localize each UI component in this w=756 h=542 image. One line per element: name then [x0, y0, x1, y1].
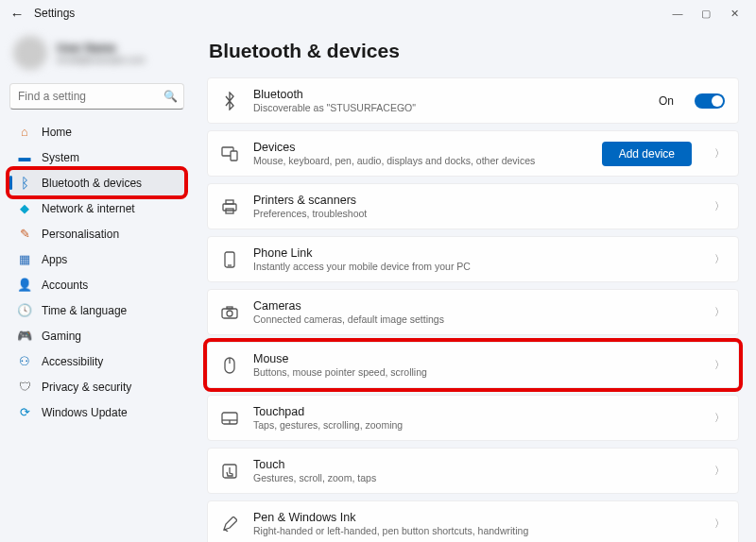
sidebar-item-label: Accessibility — [42, 355, 103, 368]
sidebar-item-label: Time & language — [42, 304, 127, 317]
svg-rect-9 — [227, 307, 232, 309]
profile-email: email@example.com — [57, 55, 146, 65]
sidebar-item-system[interactable]: ▬System — [9, 144, 184, 170]
sidebar-item-home[interactable]: ⌂Home — [9, 119, 184, 144]
sidebar-item-apps[interactable]: ▦Apps — [9, 246, 184, 272]
chevron-right-icon: 〉 — [714, 146, 725, 161]
touchpad-icon — [219, 412, 240, 425]
sidebar-item-label: Bluetooth & devices — [42, 177, 142, 190]
chevron-right-icon: 〉 — [714, 517, 725, 531]
main-content: Bluetooth & devices Bluetooth Discoverab… — [194, 26, 756, 542]
network-icon: ◆ — [17, 201, 32, 215]
card-printers[interactable]: Printers & scanners Preferences, trouble… — [207, 183, 739, 229]
card-title: Touch — [253, 458, 701, 471]
sidebar-item-accounts[interactable]: 👤Accounts — [9, 272, 184, 297]
card-title: Pen & Windows Ink — [253, 511, 701, 524]
sidebar-item-time[interactable]: 🕓Time & language — [9, 297, 184, 323]
card-sub: Discoverable as "STUSURFACEGO" — [253, 102, 645, 113]
sidebar-item-network[interactable]: ◆Network & internet — [9, 195, 184, 221]
chevron-right-icon: 〉 — [714, 252, 725, 266]
mouse-icon — [219, 357, 240, 374]
accessibility-icon: ⚇ — [17, 354, 32, 368]
sidebar-item-label: Apps — [42, 253, 67, 266]
chevron-right-icon: 〉 — [714, 411, 725, 425]
card-sub: Connected cameras, default image setting… — [253, 313, 701, 325]
page-title: Bluetooth & devices — [209, 40, 739, 62]
bluetooth-icon — [219, 92, 240, 110]
system-icon: ▬ — [17, 150, 32, 164]
window-title: Settings — [34, 7, 75, 20]
sidebar: User Name email@example.com 🔍 ⌂Home ▬Sys… — [0, 26, 194, 542]
card-sub: Buttons, mouse pointer speed, scrolling — [253, 366, 701, 378]
close-button[interactable]: ✕ — [720, 4, 748, 23]
devices-icon — [219, 146, 240, 161]
sidebar-item-accessibility[interactable]: ⚇Accessibility — [9, 348, 184, 374]
card-title: Mouse — [253, 352, 701, 365]
phone-icon — [219, 251, 240, 268]
card-devices[interactable]: Devices Mouse, keyboard, pen, audio, dis… — [207, 130, 739, 177]
card-sub: Instantly access your mobile device from… — [253, 261, 701, 272]
svg-rect-1 — [231, 151, 237, 161]
chevron-right-icon: 〉 — [714, 199, 725, 213]
card-title: Touchpad — [253, 405, 701, 418]
back-button[interactable]: ← — [8, 4, 26, 23]
sidebar-item-label: Accounts — [42, 279, 88, 292]
sidebar-item-label: Privacy & security — [42, 381, 131, 394]
update-icon: ⟳ — [17, 405, 32, 419]
card-cameras[interactable]: Cameras Connected cameras, default image… — [207, 289, 739, 335]
personalisation-icon: ✎ — [17, 227, 32, 241]
card-pen[interactable]: Pen & Windows Ink Right-handed or left-h… — [207, 500, 739, 542]
card-title: Phone Link — [253, 246, 701, 260]
card-sub: Preferences, troubleshoot — [253, 208, 701, 219]
search-icon: 🔍 — [163, 90, 178, 103]
card-mouse[interactable]: Mouse Buttons, mouse pointer speed, scro… — [207, 342, 739, 388]
chevron-right-icon: 〉 — [714, 305, 725, 319]
home-icon: ⌂ — [17, 125, 32, 139]
sidebar-item-personalisation[interactable]: ✎Personalisation — [9, 221, 184, 246]
card-phone-link[interactable]: Phone Link Instantly access your mobile … — [207, 236, 739, 282]
sidebar-item-label: Home — [42, 126, 72, 139]
sidebar-item-privacy[interactable]: 🛡Privacy & security — [9, 374, 184, 399]
bluetooth-icon: ᛒ — [17, 175, 32, 191]
titlebar: ← Settings ― ▢ ✕ — [0, 0, 756, 26]
search-input[interactable] — [9, 83, 184, 110]
accounts-icon: 👤 — [17, 278, 32, 292]
sidebar-item-label: Gaming — [42, 330, 81, 343]
sidebar-item-update[interactable]: ⟳Windows Update — [9, 399, 184, 425]
card-title: Bluetooth — [253, 88, 645, 101]
avatar — [13, 36, 47, 70]
sidebar-item-gaming[interactable]: 🎮Gaming — [9, 323, 184, 348]
sidebar-item-label: Windows Update — [42, 406, 128, 419]
minimize-button[interactable]: ― — [663, 4, 692, 23]
sidebar-item-label: Network & internet — [42, 202, 135, 215]
toggle-label: On — [659, 94, 674, 108]
sidebar-item-label: System — [42, 151, 79, 164]
privacy-icon: 🛡 — [17, 380, 32, 394]
chevron-right-icon: 〉 — [714, 358, 725, 372]
add-device-button[interactable]: Add device — [602, 142, 692, 166]
card-title: Printers & scanners — [253, 194, 701, 207]
chevron-right-icon: 〉 — [714, 464, 725, 478]
sidebar-item-bluetooth[interactable]: ᛒBluetooth & devices — [9, 170, 184, 195]
card-sub: Taps, gestures, scrolling, zooming — [253, 419, 701, 431]
svg-point-8 — [227, 311, 232, 316]
pen-icon — [219, 517, 240, 532]
card-touchpad[interactable]: Touchpad Taps, gestures, scrolling, zoom… — [207, 395, 739, 441]
time-icon: 🕓 — [17, 303, 32, 317]
card-sub: Mouse, keyboard, pen, audio, displays an… — [253, 155, 589, 166]
card-touch[interactable]: Touch Gestures, scroll, zoom, taps 〉 — [207, 448, 739, 494]
svg-rect-2 — [223, 204, 236, 211]
sidebar-item-label: Personalisation — [42, 228, 119, 241]
svg-rect-3 — [226, 200, 233, 204]
profile-name: User Name — [57, 42, 146, 55]
card-sub: Gestures, scroll, zoom, taps — [253, 472, 701, 483]
profile-block[interactable]: User Name email@example.com — [9, 32, 184, 79]
maximize-button[interactable]: ▢ — [692, 4, 720, 23]
gaming-icon: 🎮 — [17, 329, 32, 343]
camera-icon — [219, 306, 240, 319]
printer-icon — [219, 199, 240, 214]
bluetooth-toggle[interactable] — [695, 93, 725, 109]
apps-icon: ▦ — [17, 252, 32, 266]
card-bluetooth[interactable]: Bluetooth Discoverable as "STUSURFACEGO"… — [207, 77, 739, 124]
touch-icon — [219, 464, 240, 479]
